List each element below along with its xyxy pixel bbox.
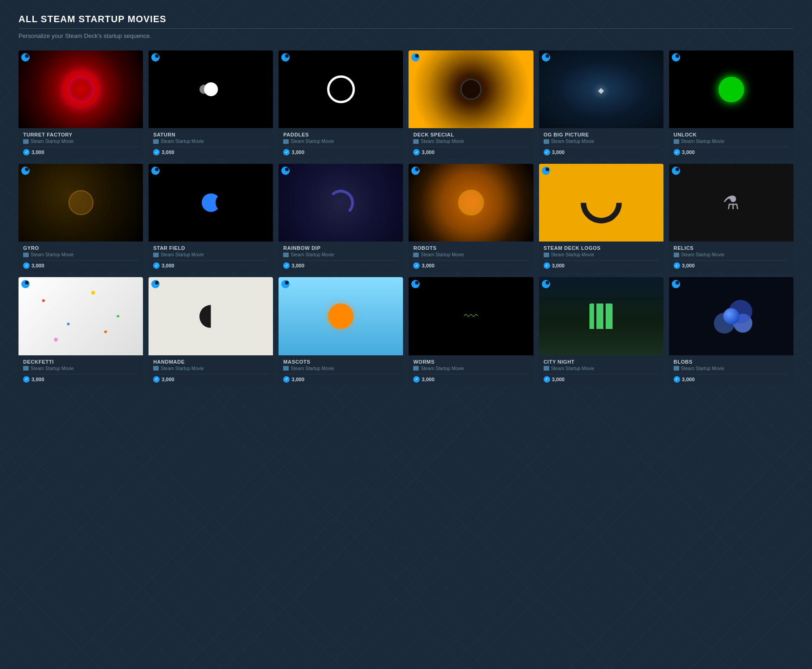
card-price-og-big-picture: 3,000 bbox=[544, 147, 659, 155]
card-price-handmade: 3,000 bbox=[153, 374, 268, 383]
card-type-unlock: Steam Startup Movie bbox=[674, 139, 789, 144]
card-price-deck-special: 3,000 bbox=[413, 147, 528, 155]
card-type-og-big-picture: Steam Startup Movie bbox=[544, 139, 659, 144]
card-blobs[interactable]: BLOBS Steam Startup Movie 3,000 bbox=[669, 277, 793, 385]
price-value-handmade: 3,000 bbox=[161, 377, 174, 382]
steam-deck-badge-unlock bbox=[672, 53, 680, 62]
card-type-label-worms: Steam Startup Movie bbox=[421, 366, 464, 371]
card-name-mascots: MASCOTS bbox=[283, 359, 398, 365]
card-type-label-city-night: Steam Startup Movie bbox=[551, 366, 594, 371]
card-type-label-turret-factory: Steam Startup Movie bbox=[31, 139, 74, 144]
card-worms[interactable]: WORMS Steam Startup Movie 3,000 bbox=[409, 277, 533, 385]
card-type-icon-handmade bbox=[153, 366, 159, 371]
card-unlock[interactable]: UNLOCK Steam Startup Movie 3,000 bbox=[669, 50, 793, 158]
card-type-label-og-big-picture: Steam Startup Movie bbox=[551, 139, 594, 144]
card-info-deckfetti: DECKFETTI Steam Startup Movie 3,000 bbox=[19, 355, 143, 385]
card-price-turret-factory: 3,000 bbox=[23, 147, 138, 155]
card-gyro[interactable]: GYRO Steam Startup Movie 3,000 bbox=[19, 164, 143, 272]
steam-deck-badge-turret-factory bbox=[21, 53, 30, 62]
card-info-unlock: UNLOCK Steam Startup Movie 3,000 bbox=[669, 128, 793, 158]
card-image-relics bbox=[669, 164, 793, 242]
price-icon-unlock bbox=[674, 149, 680, 155]
card-name-gyro: GYRO bbox=[23, 245, 138, 251]
price-value-worms: 3,000 bbox=[421, 377, 434, 382]
price-icon-blobs bbox=[674, 376, 680, 383]
steam-deck-badge-og-big-picture bbox=[542, 53, 550, 62]
card-image-worms bbox=[409, 277, 533, 355]
steam-deck-badge-saturn bbox=[151, 53, 160, 62]
card-type-icon-paddles bbox=[283, 139, 289, 144]
card-star-field[interactable]: STAR FIELD Steam Startup Movie 3,000 bbox=[149, 164, 273, 272]
steam-deck-badge-blobs bbox=[672, 280, 680, 288]
card-type-city-night: Steam Startup Movie bbox=[544, 366, 659, 371]
card-paddles[interactable]: PADDLES Steam Startup Movie 3,000 bbox=[279, 50, 403, 158]
card-city-night[interactable]: CITY NIGHT Steam Startup Movie 3,000 bbox=[539, 277, 663, 385]
card-type-label-star-field: Steam Startup Movie bbox=[161, 252, 204, 257]
card-info-turret-factory: TURRET FACTORY Steam Startup Movie 3,000 bbox=[19, 128, 143, 158]
card-type-label-robots: Steam Startup Movie bbox=[421, 252, 464, 257]
card-price-blobs: 3,000 bbox=[674, 374, 789, 383]
price-icon-rainbow-dip bbox=[283, 262, 290, 269]
card-rainbow-dip[interactable]: RAINBOW DIP Steam Startup Movie 3,000 bbox=[279, 164, 403, 272]
card-deck-special[interactable]: DECK SPECIAL Steam Startup Movie 3,000 bbox=[409, 50, 533, 158]
card-type-label-deckfetti: Steam Startup Movie bbox=[31, 366, 74, 371]
steam-deck-badge-rainbow-dip bbox=[281, 167, 290, 175]
steam-deck-badge-robots bbox=[411, 167, 420, 175]
steam-deck-badge-deck-special bbox=[411, 53, 420, 62]
card-image-steam-deck-logos bbox=[539, 164, 663, 242]
price-value-turret-factory: 3,000 bbox=[31, 149, 44, 155]
price-value-unlock: 3,000 bbox=[682, 149, 695, 155]
card-info-rainbow-dip: RAINBOW DIP Steam Startup Movie 3,000 bbox=[279, 242, 403, 272]
card-robots[interactable]: ROBOTS Steam Startup Movie 3,000 bbox=[409, 164, 533, 272]
card-saturn[interactable]: SATURN Steam Startup Movie 3,000 bbox=[149, 50, 273, 158]
card-price-relics: 3,000 bbox=[674, 260, 789, 269]
price-value-deckfetti: 3,000 bbox=[31, 377, 44, 382]
card-info-steam-deck-logos: STEAM DECK LOGOS Steam Startup Movie 3,0… bbox=[539, 242, 663, 272]
price-icon-og-big-picture bbox=[544, 149, 550, 155]
card-relics[interactable]: RELICS Steam Startup Movie 3,000 bbox=[669, 164, 793, 272]
card-type-label-mascots: Steam Startup Movie bbox=[291, 366, 334, 371]
card-type-blobs: Steam Startup Movie bbox=[674, 366, 789, 371]
card-type-icon-og-big-picture bbox=[544, 139, 549, 144]
price-icon-handmade bbox=[153, 376, 160, 383]
card-name-deck-special: DECK SPECIAL bbox=[413, 132, 528, 137]
card-steam-deck-logos[interactable]: STEAM DECK LOGOS Steam Startup Movie 3,0… bbox=[539, 164, 663, 272]
card-type-icon-rainbow-dip bbox=[283, 253, 289, 257]
price-icon-robots bbox=[413, 262, 420, 269]
card-turret-factory[interactable]: TURRET FACTORY Steam Startup Movie 3,000 bbox=[19, 50, 143, 158]
card-mascots[interactable]: MASCOTS Steam Startup Movie 3,000 bbox=[279, 277, 403, 385]
card-type-label-steam-deck-logos: Steam Startup Movie bbox=[551, 252, 594, 257]
card-type-icon-relics bbox=[674, 253, 679, 257]
card-name-robots: ROBOTS bbox=[413, 245, 528, 251]
price-value-rainbow-dip: 3,000 bbox=[291, 263, 304, 268]
card-type-icon-worms bbox=[413, 366, 419, 371]
card-info-worms: WORMS Steam Startup Movie 3,000 bbox=[409, 355, 533, 385]
card-name-turret-factory: TURRET FACTORY bbox=[23, 132, 138, 137]
card-image-mascots bbox=[279, 277, 403, 355]
card-handmade[interactable]: HANDMADE Steam Startup Movie 3,000 bbox=[149, 277, 273, 385]
card-price-star-field: 3,000 bbox=[153, 260, 268, 269]
card-type-icon-turret-factory bbox=[23, 139, 29, 144]
card-deckfetti[interactable]: DECKFETTI Steam Startup Movie 3,000 bbox=[19, 277, 143, 385]
card-type-label-unlock: Steam Startup Movie bbox=[681, 139, 724, 144]
card-type-icon-deckfetti bbox=[23, 366, 29, 371]
card-info-blobs: BLOBS Steam Startup Movie 3,000 bbox=[669, 355, 793, 385]
card-price-deckfetti: 3,000 bbox=[23, 374, 138, 383]
card-price-gyro: 3,000 bbox=[23, 260, 138, 269]
card-image-unlock bbox=[669, 50, 793, 128]
card-type-label-paddles: Steam Startup Movie bbox=[291, 139, 334, 144]
card-og-big-picture[interactable]: OG BIG PICTURE Steam Startup Movie 3,000 bbox=[539, 50, 663, 158]
card-type-worms: Steam Startup Movie bbox=[413, 366, 528, 371]
card-image-og-big-picture bbox=[539, 50, 663, 128]
card-type-saturn: Steam Startup Movie bbox=[153, 139, 268, 144]
card-type-icon-star-field bbox=[153, 253, 159, 257]
price-value-star-field: 3,000 bbox=[161, 263, 174, 268]
card-price-steam-deck-logos: 3,000 bbox=[544, 260, 659, 269]
price-value-deck-special: 3,000 bbox=[421, 149, 434, 155]
card-type-label-relics: Steam Startup Movie bbox=[681, 252, 724, 257]
price-icon-deck-special bbox=[413, 149, 420, 155]
card-type-icon-city-night bbox=[544, 366, 549, 371]
card-price-city-night: 3,000 bbox=[544, 374, 659, 383]
price-icon-saturn bbox=[153, 149, 160, 155]
card-name-unlock: UNLOCK bbox=[674, 132, 789, 137]
